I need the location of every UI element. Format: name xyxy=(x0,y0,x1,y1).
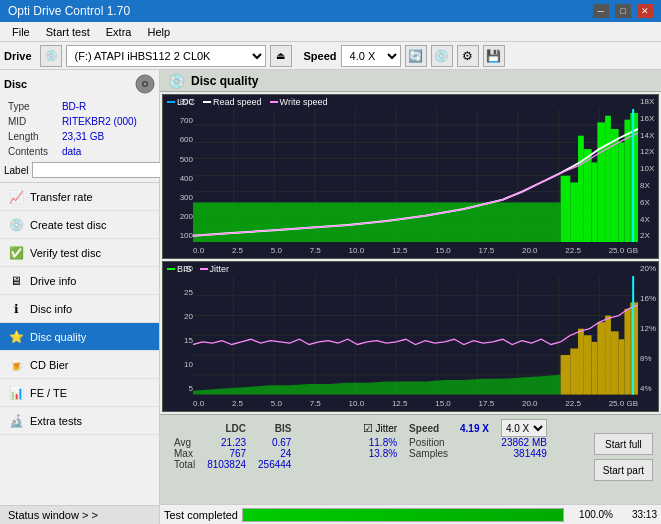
chart1-plot xyxy=(193,109,638,242)
start-full-button[interactable]: Start full xyxy=(594,433,653,455)
drive-select[interactable]: (F:) ATAPI iHBS112 2 CL0K xyxy=(66,45,266,67)
svg-rect-24 xyxy=(584,149,592,242)
speed-current: 4.19 X xyxy=(460,423,489,434)
bis-color xyxy=(167,268,175,270)
svg-point-2 xyxy=(144,83,147,86)
legend-bis-label: BIS xyxy=(177,264,192,274)
legend-bis: BIS xyxy=(167,264,192,274)
nav-list: 📈 Transfer rate 💿 Create test disc ✅ Ver… xyxy=(0,183,159,435)
max-label: Max xyxy=(168,448,201,459)
fe-te-icon: 📊 xyxy=(8,385,24,401)
svg-rect-52 xyxy=(584,336,592,395)
start-part-button[interactable]: Start part xyxy=(594,459,653,481)
svg-rect-25 xyxy=(592,162,598,242)
menu-start-test[interactable]: Start test xyxy=(38,26,98,38)
svg-rect-22 xyxy=(570,182,578,242)
max-jitter: 13.8% xyxy=(357,448,403,459)
total-ldc: 8103824 xyxy=(201,459,252,470)
sidebar-item-transfer-rate[interactable]: 📈 Transfer rate xyxy=(0,183,159,211)
menu-extra[interactable]: Extra xyxy=(98,26,140,38)
mid-value: RITEKBR2 (000) xyxy=(60,115,153,128)
sidebar-item-fe-te-label: FE / TE xyxy=(30,387,67,399)
legend-write-speed-label: Write speed xyxy=(280,97,328,107)
sidebar-item-verify-test-disc[interactable]: ✅ Verify test disc xyxy=(0,239,159,267)
svg-marker-48 xyxy=(193,375,561,395)
avg-ldc: 21.23 xyxy=(201,437,252,448)
svg-rect-27 xyxy=(605,116,611,243)
contents-value: data xyxy=(60,145,153,158)
settings-button[interactable]: ⚙ xyxy=(457,45,479,67)
svg-rect-54 xyxy=(597,323,605,395)
max-ldc: 767 xyxy=(201,448,252,459)
avg-label: Avg xyxy=(168,437,201,448)
mid-label: MID xyxy=(6,115,58,128)
speed-mode-select[interactable]: 4.0 X xyxy=(501,419,547,437)
sidebar-item-disc-info[interactable]: ℹ Disc info xyxy=(0,295,159,323)
sidebar-item-verify-test-disc-label: Verify test disc xyxy=(30,247,101,259)
jitter-color xyxy=(200,268,208,270)
type-label: Type xyxy=(6,100,58,113)
stats-table: LDC BIS ☑ Jitter Speed 4.1 xyxy=(168,419,553,470)
avg-jitter: 11.8% xyxy=(357,437,403,448)
drive-label: Drive xyxy=(4,50,32,62)
minimize-button[interactable]: ─ xyxy=(593,4,609,18)
maximize-button[interactable]: □ xyxy=(615,4,631,18)
legend-read-speed: Read speed xyxy=(203,97,262,107)
jitter-checkbox[interactable]: ☑ Jitter xyxy=(363,422,397,435)
legend-read-speed-label: Read speed xyxy=(213,97,262,107)
label-label: Label xyxy=(4,165,28,176)
sidebar-item-disc-quality[interactable]: ⭐ Disc quality xyxy=(0,323,159,351)
toolbar: Drive 💿 (F:) ATAPI iHBS112 2 CL0K ⏏ Spee… xyxy=(0,42,661,70)
chart2-legend: BIS Jitter xyxy=(167,264,229,274)
legend-ldc: LDC xyxy=(167,97,195,107)
sidebar-item-drive-info[interactable]: 🖥 Drive info xyxy=(0,267,159,295)
stats-left: LDC BIS ☑ Jitter Speed 4.1 xyxy=(168,419,586,470)
menu-file[interactable]: File xyxy=(4,26,38,38)
content-area: 💿 Disc quality LDC Read speed xyxy=(160,70,661,524)
chart1-y-axis-right: 18X 16X 14X 12X 10X 8X 6X 4X 2X xyxy=(638,95,658,242)
svg-rect-55 xyxy=(605,316,611,395)
close-button[interactable]: ✕ xyxy=(637,4,653,18)
position-val: 23862 MB xyxy=(454,437,553,448)
sidebar-item-extra-tests[interactable]: 🔬 Extra tests xyxy=(0,407,159,435)
drive-info-icon: 🖥 xyxy=(8,273,24,289)
speed-select[interactable]: 4.0 X xyxy=(341,45,401,67)
label-input[interactable] xyxy=(32,162,165,178)
position-label: Position xyxy=(403,437,454,448)
status-window-button[interactable]: Status window > > xyxy=(0,505,159,524)
avg-bis: 0.67 xyxy=(252,437,297,448)
titlebar-controls: ─ □ ✕ xyxy=(593,4,653,18)
status-window-label: Status window > > xyxy=(8,509,98,521)
jitter-label: Jitter xyxy=(375,423,397,434)
svg-rect-29 xyxy=(619,142,625,242)
sidebar-item-fe-te[interactable]: 📊 FE / TE xyxy=(0,379,159,407)
svg-rect-49 xyxy=(561,355,571,395)
main-area: Disc Type BD-R MID RITEKBR2 (000) xyxy=(0,70,661,524)
drive-icon: 💿 xyxy=(40,45,62,67)
chart-ldc: LDC Read speed Write speed 800 700 600 xyxy=(162,94,659,259)
refresh-button[interactable]: 🔄 xyxy=(405,45,427,67)
legend-jitter-label: Jitter xyxy=(210,264,230,274)
samples-label: Samples xyxy=(403,448,454,459)
stats-buttons: Start full Start part xyxy=(594,419,653,481)
progress-bar-container: Test completed 100.0% 33:13 xyxy=(160,504,661,524)
sidebar-item-create-test-disc[interactable]: 💿 Create test disc xyxy=(0,211,159,239)
content-title: Disc quality xyxy=(191,74,258,88)
disc-info-table: Type BD-R MID RITEKBR2 (000) Length 23,3… xyxy=(4,98,155,160)
speed-label: Speed xyxy=(304,50,337,62)
total-bis: 256444 xyxy=(252,459,297,470)
contents-label: Contents xyxy=(6,145,58,158)
svg-rect-57 xyxy=(619,340,625,395)
eject-button[interactable]: ⏏ xyxy=(270,45,292,67)
chart2-y-axis-right: 20% 16% 12% 8% 4% xyxy=(638,262,658,395)
content-icon: 💿 xyxy=(168,73,185,89)
progress-text: 100.0% xyxy=(568,509,613,520)
sidebar-item-create-test-disc-label: Create test disc xyxy=(30,219,106,231)
disc-button[interactable]: 💿 xyxy=(431,45,453,67)
extra-tests-icon: 🔬 xyxy=(8,413,24,429)
sidebar-item-cd-bier[interactable]: 🍺 CD Bier xyxy=(0,351,159,379)
save-button[interactable]: 💾 xyxy=(483,45,505,67)
menu-help[interactable]: Help xyxy=(139,26,178,38)
disc-quality-icon: ⭐ xyxy=(8,329,24,345)
svg-rect-26 xyxy=(597,122,605,242)
